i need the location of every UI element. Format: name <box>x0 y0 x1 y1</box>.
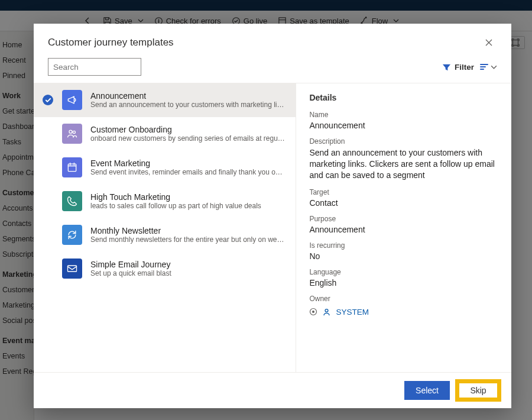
skip-button[interactable]: Skip <box>457 381 499 400</box>
value-language: English <box>309 278 498 287</box>
template-picker-dialog: Customer journey templates Filter Announ… <box>34 24 511 408</box>
template-description: leads to sales call follow up as part of… <box>90 202 285 210</box>
details-pane: Details Name Announcement Description Se… <box>296 83 511 372</box>
svg-point-12 <box>312 311 314 313</box>
template-title: Simple Email Journey <box>90 260 285 269</box>
filter-icon <box>442 63 451 72</box>
template-row[interactable]: Simple Email JourneySet up a quick email… <box>34 252 296 286</box>
template-title: Customer Onboarding <box>90 125 285 134</box>
details-heading: Details <box>309 93 498 102</box>
refresh-icon <box>62 225 82 245</box>
row-checkmark <box>42 95 54 105</box>
template-row[interactable]: Customer Onboardingonboard new customers… <box>34 117 296 151</box>
filter-button[interactable]: Filter <box>442 63 474 72</box>
phone-icon <box>62 191 82 211</box>
sort-button[interactable] <box>480 63 497 71</box>
template-title: Event Marketing <box>90 159 285 168</box>
megaphone-icon <box>62 90 82 110</box>
select-button[interactable]: Select <box>404 381 450 400</box>
mail-icon <box>62 259 82 279</box>
svg-point-8 <box>73 131 75 133</box>
calendar-icon <box>62 157 82 177</box>
template-title: High Touch Marketing <box>90 192 285 202</box>
label-description: Description <box>309 137 498 146</box>
svg-rect-10 <box>68 266 77 272</box>
filter-label: Filter <box>455 63 474 72</box>
value-recurring: No <box>309 251 498 261</box>
template-row[interactable]: High Touch Marketingleads to sales call … <box>34 185 296 218</box>
svg-point-13 <box>325 309 328 312</box>
template-list: AnnouncementSend an announcement to your… <box>34 83 296 372</box>
dialog-footer: Select Skip <box>34 372 511 408</box>
value-purpose: Announcement <box>309 225 498 234</box>
close-button[interactable] <box>481 34 497 51</box>
chevron-down-icon <box>491 64 497 70</box>
label-recurring: Is recurring <box>309 241 498 250</box>
people-icon <box>62 124 82 144</box>
close-icon <box>485 38 493 47</box>
value-target: Contact <box>309 198 498 208</box>
search-box[interactable] <box>48 58 141 76</box>
svg-rect-9 <box>68 164 76 172</box>
template-description: Send event invites, reminder emails and … <box>90 168 285 176</box>
disc-icon <box>309 308 317 316</box>
template-description: Send monthly newsletters for the entire … <box>90 235 285 244</box>
value-description: Send an announcement to your customers w… <box>309 147 498 181</box>
template-description: onboard new customers by sending series … <box>90 134 285 143</box>
template-description: Send an announcement to your customers w… <box>90 101 285 109</box>
template-row[interactable]: AnnouncementSend an announcement to your… <box>34 83 296 117</box>
label-purpose: Purpose <box>309 215 498 223</box>
template-description: Set up a quick email blast <box>90 269 285 277</box>
template-row[interactable]: Event MarketingSend event invites, remin… <box>34 151 296 185</box>
svg-point-7 <box>69 130 72 133</box>
label-name: Name <box>309 111 498 119</box>
search-input[interactable] <box>53 63 153 72</box>
value-name: Announcement <box>309 121 498 130</box>
label-target: Target <box>309 188 498 196</box>
value-owner: SYSTEM <box>336 308 369 316</box>
template-title: Monthly Newsletter <box>90 226 285 235</box>
person-icon <box>322 308 331 316</box>
dialog-title: Customer journey templates <box>48 37 174 49</box>
label-owner: Owner <box>309 295 498 303</box>
sort-icon <box>480 63 489 71</box>
template-row[interactable]: Monthly NewsletterSend monthly newslette… <box>34 218 296 252</box>
label-language: Language <box>309 268 498 276</box>
check-icon <box>45 97 51 104</box>
template-title: Announcement <box>90 91 285 101</box>
